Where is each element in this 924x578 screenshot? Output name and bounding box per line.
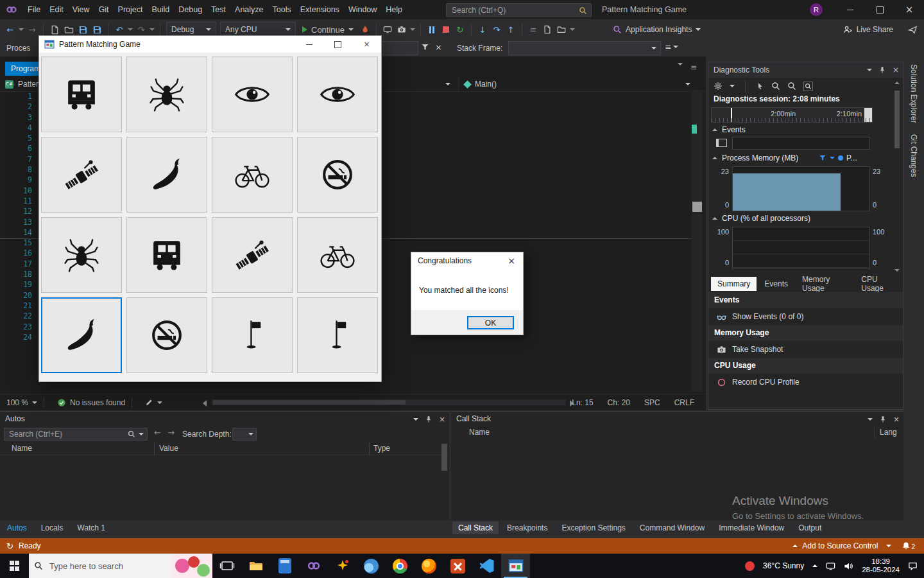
window-minimize-button[interactable] [835,0,865,19]
settings-gear-icon[interactable] [714,82,723,91]
column-name[interactable]: Name [12,444,32,453]
column-language[interactable]: Lang [880,428,897,437]
window-position-icon[interactable] [413,418,418,421]
tool-window-tab[interactable]: Autos [1,521,33,534]
scrollbar-thumb[interactable] [692,202,702,212]
firefox-browser-icon[interactable] [415,554,443,578]
chevron-down-icon[interactable] [678,63,683,66]
quick-search-input[interactable] [450,5,575,15]
taskbar-clock[interactable]: 18:39 28-05-2024 [862,557,900,574]
memory-card[interactable] [212,297,293,373]
close-icon[interactable] [439,415,445,424]
memory-card[interactable] [297,57,378,132]
memory-card[interactable] [212,57,293,132]
bookmark-icon[interactable] [555,22,568,37]
autos-scrollbar[interactable] [440,442,449,521]
tool-window-tab[interactable]: Call Stack [452,521,499,534]
memory-card[interactable] [126,57,207,132]
tool-window-tab[interactable]: Output [792,521,827,534]
column-type[interactable]: Type [373,444,390,453]
collapse-icon[interactable] [712,128,717,131]
file-explorer-icon[interactable] [241,554,270,578]
reset-view-icon[interactable] [803,82,813,91]
vertical-tool-tab[interactable]: Git Changes [909,134,918,177]
scroll-down-icon[interactable] [894,269,900,272]
autos-search-input[interactable] [8,429,124,439]
pin-icon[interactable] [878,66,886,74]
menu-item[interactable]: Help [381,0,407,19]
navigate-back-icon[interactable] [4,22,17,37]
dialog-close-button[interactable] [502,252,520,269]
display-icon[interactable] [826,561,835,571]
pattern-matching-game-taskbar-icon[interactable] [501,554,530,578]
memory-card[interactable] [41,297,122,373]
diagnostics-tab[interactable]: Memory Usage [796,277,853,291]
menu-item[interactable]: Edit [45,0,68,19]
filter-icon[interactable] [421,43,429,51]
tool-window-tab[interactable]: Locals [35,521,69,534]
tool-window-tab[interactable]: Exception Settings [556,521,631,534]
options-icon[interactable] [690,63,697,72]
memory-card[interactable] [212,137,293,213]
filter-icon[interactable] [819,154,826,162]
add-to-source-control-button[interactable]: Add to Source Control [792,541,891,550]
pin-icon[interactable] [879,416,887,423]
hidden-icons-chevron[interactable] [812,565,817,567]
start-button[interactable] [0,554,29,578]
menu-item[interactable]: Debug [174,0,207,19]
collapse-icon[interactable] [712,157,717,159]
select-tool-icon[interactable] [756,82,764,91]
collapse-icon[interactable] [712,217,717,220]
weather-text[interactable]: 36°C Sunny [763,561,804,570]
memory-card[interactable] [126,137,207,213]
screenshot-icon[interactable] [395,22,408,37]
chevron-down-icon[interactable] [139,433,144,435]
ok-button[interactable]: OK [467,316,514,329]
menu-item[interactable]: Extensions [296,0,344,19]
diagnostics-scrollbar[interactable] [893,79,902,274]
search-depth-input[interactable] [232,428,257,441]
diagnostics-tab[interactable]: Summary [711,277,757,291]
window-position-icon[interactable] [867,69,872,71]
memory-card[interactable] [41,57,122,132]
application-insights-button[interactable]: Application Insights [613,25,701,34]
window-position-icon[interactable] [868,418,873,421]
memory-card[interactable] [212,217,293,293]
memory-card[interactable] [297,297,378,373]
memory-card[interactable] [297,137,378,213]
clear-filter-icon[interactable] [435,42,442,52]
restart-icon[interactable] [454,22,466,37]
cpu-section-header[interactable]: CPU (% of all processors) [712,214,810,223]
previous-result-icon[interactable] [154,428,161,437]
close-icon[interactable] [893,415,900,424]
editor-vertical-scrollbar[interactable] [692,90,703,392]
tracked-changes-icon[interactable] [145,398,162,407]
member-dropdown[interactable]: Main() [458,77,697,91]
chevron-down-icon[interactable] [886,545,891,547]
chrome-browser-icon[interactable] [386,554,415,578]
break-all-icon[interactable] [425,22,438,37]
stack-frame-dropdown[interactable] [508,41,661,55]
vscode-icon[interactable] [472,554,501,578]
step-into-icon[interactable] [476,22,489,37]
tool-window-tab[interactable]: Breakpoints [501,521,553,534]
memory-card[interactable] [297,217,378,293]
memory-section-header[interactable]: Process Memory (MB) [712,153,798,162]
issues-indicator[interactable]: No issues found [57,398,125,407]
show-next-statement-icon[interactable] [527,22,540,37]
memory-card[interactable] [126,217,207,293]
search-highlight-image[interactable] [173,554,212,578]
summary-section-action[interactable]: Take Snapshot [708,341,903,358]
menu-item[interactable]: Project [114,0,148,19]
step-over-icon[interactable] [490,22,503,37]
window-close-button[interactable] [894,0,924,19]
chevron-down-icon[interactable] [730,85,735,87]
navigate-forward-icon[interactable] [26,22,38,37]
scroll-up-icon[interactable] [894,82,900,84]
summary-section-action[interactable]: Show Events (0 of 0) [708,308,903,325]
scrollbar-thumb[interactable] [894,91,900,148]
diagnostics-tab[interactable]: Events [758,277,794,291]
sparkle-app-icon[interactable] [328,554,357,578]
window-layout-icon[interactable] [541,22,554,37]
diagnostics-timeline[interactable]: 2:00min 2:10min [711,107,873,123]
